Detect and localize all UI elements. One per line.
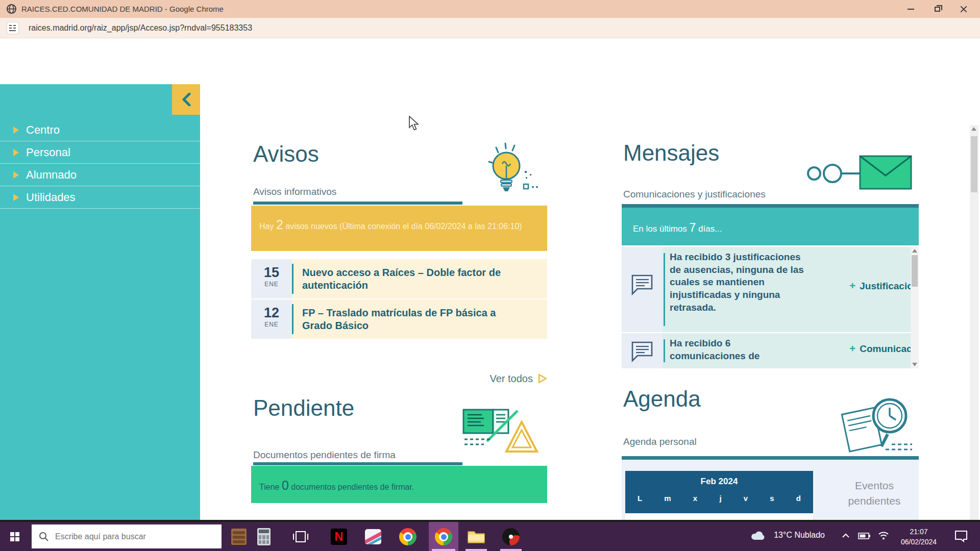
close-button[interactable] xyxy=(951,0,976,18)
mensajes-scrollbar[interactable] xyxy=(911,247,919,368)
window-titlebar: RAICES.CED.COMUNIDAD DE MADRID - Google … xyxy=(0,0,980,18)
mensajes-banner: En los últimos 7 días... xyxy=(622,208,919,245)
banner-text: documentos pendientes de firmar. xyxy=(289,483,414,491)
file-explorer-icon[interactable] xyxy=(467,528,485,546)
banner-text: días... xyxy=(696,224,722,234)
comunicaciones-link[interactable]: +Comunicaciones xyxy=(849,342,919,355)
scroll-down-icon[interactable] xyxy=(912,363,917,366)
windows-logo-icon xyxy=(10,532,19,541)
notification-center-icon[interactable] xyxy=(954,530,968,542)
main-content: Avisos Avisos informativos Hay 2 avisos … xyxy=(200,84,980,522)
tray-date: 06/02/2024 xyxy=(901,537,937,547)
pendiente-subtitle: Documentos pendientes de firma xyxy=(253,449,396,461)
calendar[interactable]: Feb 2024 L m x j v s d xyxy=(625,471,813,513)
drawer-app-icon[interactable] xyxy=(230,528,248,546)
aviso-title[interactable]: FP – Traslado matrículas de FP básica a … xyxy=(302,307,517,332)
aviso-day: 15 xyxy=(251,265,292,281)
ver-todos-label: Ver todos xyxy=(489,373,533,384)
tray-clock[interactable]: 21:07 06/02/2024 xyxy=(901,527,937,547)
avisos-underline xyxy=(253,202,462,205)
avisos-title: Avisos xyxy=(253,141,319,167)
justificaciones-link[interactable]: +Justificaciones xyxy=(849,280,919,292)
battery-icon[interactable] xyxy=(858,533,870,539)
mensaje-item: Ha recibido 6 comunicaciones de +Comunic… xyxy=(622,333,919,368)
task-view-icon[interactable] xyxy=(291,528,310,546)
aviso-day: 12 xyxy=(251,306,292,321)
lightbulb-icon xyxy=(485,141,545,202)
sidebar-collapse-button[interactable] xyxy=(172,84,200,115)
sidebar-item-alumnado[interactable]: Alumnado xyxy=(0,164,200,186)
avisos-banner: Hay 2 avisos nuevos (Última conexión el … xyxy=(251,206,547,251)
network-icon[interactable] xyxy=(878,531,889,540)
scrollbar-thumb[interactable] xyxy=(971,136,977,192)
sidebar-item-label: Utilidades xyxy=(26,191,76,204)
sidebar-item-utilidades[interactable]: Utilidades xyxy=(0,186,200,209)
chevron-left-icon xyxy=(182,93,191,106)
divider xyxy=(292,264,293,294)
aviso-item[interactable]: 15 ENE Nuevo acceso a Raíces – Doble fac… xyxy=(251,259,547,298)
sidebar-menu: Centro Personal Alumnado Utilidades xyxy=(0,119,200,209)
link-label: Justificaciones xyxy=(860,281,919,291)
taskbar: N xyxy=(0,522,980,551)
running-indicator xyxy=(432,549,455,551)
triangle-icon xyxy=(13,171,19,179)
avisos-subtitle: Avisos informativos xyxy=(253,186,336,197)
plus-icon: + xyxy=(849,280,855,291)
url-bar: raices.madrid.org/raiz_app/jsp/Acceso.js… xyxy=(0,18,980,38)
restore-button[interactable] xyxy=(925,0,949,18)
netflix-app-icon[interactable]: N xyxy=(330,528,348,546)
mensaje-body: Ha recibido 6 comunicaciones de +Comunic… xyxy=(663,333,911,368)
search-input[interactable] xyxy=(55,532,208,541)
pendiente-underline xyxy=(253,462,462,465)
triangle-icon xyxy=(13,194,19,201)
banner-text: En los últimos xyxy=(633,224,690,234)
sidebar-item-centro[interactable]: Centro xyxy=(0,119,200,141)
media-player-app-icon[interactable] xyxy=(502,528,520,546)
mensajes-underline xyxy=(622,204,919,208)
window-title: RAICES.CED.COMUNIDAD DE MADRID - Google … xyxy=(21,0,224,18)
site-info-icon[interactable] xyxy=(7,22,18,34)
divider xyxy=(664,253,665,326)
scrollbar-thumb[interactable] xyxy=(912,255,918,287)
start-button[interactable] xyxy=(0,522,30,551)
divider xyxy=(664,339,665,362)
scroll-up-icon[interactable] xyxy=(912,249,917,253)
calendar-day-header: m xyxy=(664,494,671,503)
calendar-day-header: L xyxy=(638,494,642,503)
aviso-title[interactable]: Nuevo acceso a Raíces – Doble factor de … xyxy=(302,266,517,292)
documents-art-icon xyxy=(461,405,548,458)
agenda-subtitle: Agenda personal xyxy=(623,436,697,447)
chrome-app-icon[interactable] xyxy=(399,528,417,546)
address-text[interactable]: raices.madrid.org/raiz_app/jsp/Acceso.js… xyxy=(29,18,252,38)
taskbar-search[interactable] xyxy=(32,524,222,548)
pendiente-banner: Tiene 0 documentos pendientes de firmar. xyxy=(251,466,547,503)
screen: RAICES.CED.COMUNIDAD DE MADRID - Google … xyxy=(0,0,980,551)
avisos-count: 2 xyxy=(276,217,283,232)
calendar-day-header: s xyxy=(770,494,774,503)
paint-app-icon[interactable] xyxy=(364,528,382,546)
sidebar: Centro Personal Alumnado Utilidades xyxy=(0,84,200,522)
speech-bubble-icon xyxy=(630,340,654,363)
divider xyxy=(292,304,293,334)
tray-expand-icon[interactable] xyxy=(842,533,850,538)
chrome-active-app-icon[interactable] xyxy=(434,528,453,546)
mensaje-body: Ha recibido 3 justificaciones de ausenci… xyxy=(663,247,911,332)
page-scrollbar[interactable] xyxy=(970,125,978,522)
search-icon xyxy=(39,532,49,542)
chrome-window-icon xyxy=(6,4,17,14)
sidebar-item-personal[interactable]: Personal xyxy=(0,141,200,164)
sidebar-item-label: Alumnado xyxy=(26,168,77,182)
calculator-app-icon[interactable] xyxy=(255,528,273,546)
ver-todos-link[interactable]: Ver todos xyxy=(437,373,547,385)
minimize-button[interactable] xyxy=(898,0,923,18)
mensaje-text: Ha recibido 3 justificaciones de ausenci… xyxy=(670,251,808,314)
weather-label[interactable]: 13°C Nublado xyxy=(774,531,825,540)
scroll-up-icon[interactable] xyxy=(971,127,976,131)
aviso-date: 15 ENE xyxy=(251,259,292,298)
aviso-item[interactable]: 12 ENE FP – Traslado matrículas de FP bá… xyxy=(251,299,547,339)
aviso-month: ENE xyxy=(251,321,292,328)
mensaje-icon-col xyxy=(622,247,663,332)
mensajes-title: Mensajes xyxy=(623,140,719,166)
calendar-day-header: d xyxy=(796,494,801,503)
pendiente-count: 0 xyxy=(282,478,289,492)
